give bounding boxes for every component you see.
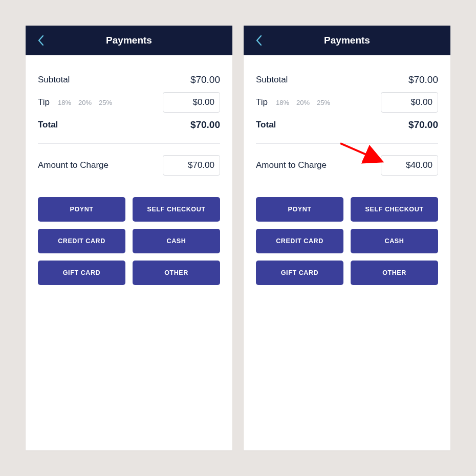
total-row: Total $70.00 — [38, 114, 220, 136]
payment-button-grid: POYNT SELF CHECKOUT CREDIT CARD CASH GIF… — [256, 197, 438, 285]
total-value: $70.00 — [408, 119, 438, 131]
self-checkout-button[interactable]: SELF CHECKOUT — [351, 197, 438, 222]
cash-button[interactable]: CASH — [351, 229, 438, 253]
total-value: $70.00 — [190, 119, 220, 131]
self-checkout-button[interactable]: SELF CHECKOUT — [133, 197, 220, 222]
subtotal-row: Subtotal $70.00 — [38, 69, 220, 91]
tip-option-25[interactable]: 25% — [99, 99, 112, 106]
tip-option-20[interactable]: 20% — [296, 99, 310, 106]
poynt-button[interactable]: POYNT — [256, 197, 343, 222]
cash-button[interactable]: CASH — [133, 229, 220, 253]
amount-to-charge-label: Amount to Charge — [256, 160, 327, 170]
subtotal-label: Subtotal — [38, 75, 70, 85]
back-button[interactable] — [253, 34, 265, 47]
tip-row: Tip 18% 20% 25% $0.00 — [256, 91, 438, 114]
tip-label: Tip — [256, 97, 268, 107]
credit-card-button[interactable]: CREDIT CARD — [38, 229, 125, 253]
amount-to-charge-input[interactable]: $70.00 — [163, 155, 220, 176]
header-bar: Payments — [26, 26, 232, 55]
divider — [256, 143, 438, 144]
payments-screen-left: Payments Subtotal $70.00 Tip 18% 20% 25%… — [26, 26, 232, 450]
tip-left-group: Tip 18% 20% 25% — [256, 97, 330, 107]
tip-option-25[interactable]: 25% — [317, 99, 330, 106]
subtotal-value: $70.00 — [408, 74, 438, 85]
amount-to-charge-row: Amount to Charge $40.00 — [256, 154, 438, 177]
tip-option-20[interactable]: 20% — [78, 99, 92, 106]
subtotal-value: $70.00 — [190, 74, 220, 85]
content-area: Subtotal $70.00 Tip 18% 20% 25% $0.00 To… — [244, 55, 450, 285]
subtotal-label: Subtotal — [256, 75, 288, 85]
chevron-left-icon — [37, 35, 45, 46]
credit-card-button[interactable]: CREDIT CARD — [256, 229, 343, 253]
total-label: Total — [38, 120, 58, 130]
content-area: Subtotal $70.00 Tip 18% 20% 25% $0.00 To… — [26, 55, 232, 285]
page-title: Payments — [244, 35, 450, 46]
poynt-button[interactable]: POYNT — [38, 197, 125, 222]
page-title: Payments — [26, 35, 232, 46]
amount-to-charge-row: Amount to Charge $70.00 — [38, 154, 220, 177]
total-row: Total $70.00 — [256, 114, 438, 136]
tip-option-18[interactable]: 18% — [276, 99, 289, 106]
tip-row: Tip 18% 20% 25% $0.00 — [38, 91, 220, 114]
amount-to-charge-label: Amount to Charge — [38, 160, 109, 170]
tip-input[interactable]: $0.00 — [163, 92, 220, 113]
chevron-left-icon — [255, 35, 263, 46]
other-button[interactable]: OTHER — [133, 261, 220, 285]
tip-left-group: Tip 18% 20% 25% — [38, 97, 112, 107]
gift-card-button[interactable]: GIFT CARD — [256, 261, 343, 285]
tip-input[interactable]: $0.00 — [381, 92, 438, 113]
total-label: Total — [256, 120, 276, 130]
tip-label: Tip — [38, 97, 50, 107]
other-button[interactable]: OTHER — [351, 261, 438, 285]
payments-screen-right: Payments Subtotal $70.00 Tip 18% 20% 25%… — [244, 26, 450, 450]
back-button[interactable] — [35, 34, 47, 47]
divider — [38, 143, 220, 144]
tip-option-18[interactable]: 18% — [58, 99, 71, 106]
amount-to-charge-input[interactable]: $40.00 — [381, 155, 438, 176]
header-bar: Payments — [244, 26, 450, 55]
payment-button-grid: POYNT SELF CHECKOUT CREDIT CARD CASH GIF… — [38, 197, 220, 285]
gift-card-button[interactable]: GIFT CARD — [38, 261, 125, 285]
subtotal-row: Subtotal $70.00 — [256, 69, 438, 91]
